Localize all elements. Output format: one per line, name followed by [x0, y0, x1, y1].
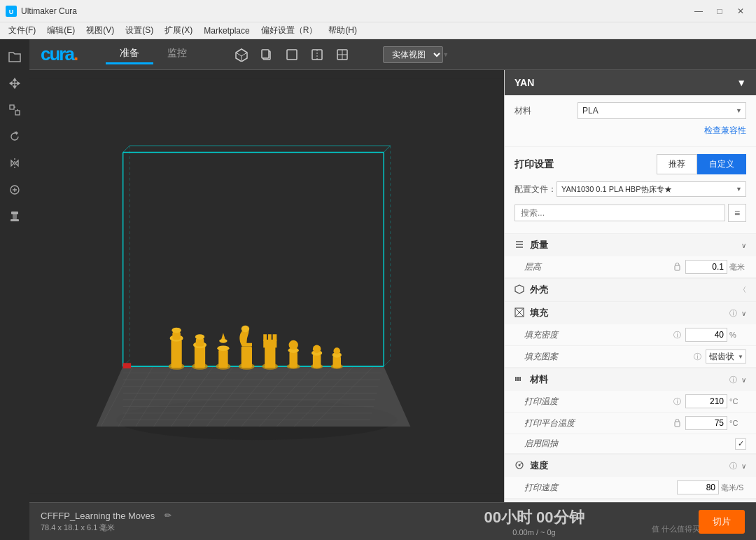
cube-icon[interactable] [232, 45, 251, 64]
bed-temp-lock-icon[interactable] [673, 418, 681, 429]
settings-title: 打印设置 [514, 158, 657, 171]
object-icon[interactable] [282, 45, 302, 64]
model-name: CFFFP_Learning the Moves [41, 511, 155, 521]
menu-settings[interactable]: 设置(S) [120, 23, 159, 38]
shell-arrow: 〈 [739, 285, 746, 295]
infill-group: 填充 ⓘ ∨ 填充密度 ⓘ % 填充图案 ⓘ [505, 302, 756, 368]
view-mode-select[interactable]: 实体视图 线框视图 X光视图 层视图 [383, 46, 443, 63]
material-select[interactable]: PLA ABS PETG TPU [578, 102, 746, 119]
printer-header: YAN ▼ [505, 70, 756, 95]
infill-pattern-select[interactable]: 锯齿状 网格 三角形 六边形 [706, 349, 746, 364]
copy-icon[interactable] [257, 45, 276, 64]
scale-tool[interactable] [3, 98, 27, 122]
infill-header[interactable]: 填充 ⓘ ∨ [505, 302, 756, 324]
svg-rect-84 [268, 334, 272, 341]
infill-density-row: 填充密度 ⓘ % [505, 324, 756, 346]
material-settings-header[interactable]: 材料 ⓘ ∨ [505, 368, 756, 391]
tab-prepare[interactable]: 准备 [106, 44, 153, 64]
print-speed-label: 打印速度 [524, 482, 677, 494]
svg-rect-12 [11, 212, 18, 214]
menu-view[interactable]: 视图(V) [80, 23, 120, 38]
tab-recommend[interactable]: 推荐 [657, 154, 697, 174]
print-temp-info-icon[interactable]: ⓘ [673, 396, 681, 407]
print-temp-input[interactable] [685, 394, 727, 408]
support-tool[interactable] [3, 205, 27, 228]
svg-rect-83 [263, 334, 267, 341]
open-file-button[interactable] [3, 45, 27, 69]
svg-point-93 [313, 345, 321, 353]
model-dimensions: 78.4 x 18.1 x 6.1 毫米 [41, 522, 370, 533]
infill-pattern-info-icon[interactable]: ⓘ [694, 352, 701, 362]
svg-rect-101 [675, 265, 680, 270]
compat-link[interactable]: 检查兼容性 [514, 125, 746, 137]
grid-icon[interactable] [332, 45, 352, 64]
app-title: Ultimaker Cura [21, 6, 685, 16]
model-edit-icon[interactable]: ✏ [164, 511, 172, 520]
layer-height-lock-icon[interactable] [673, 262, 681, 272]
infill-density-input[interactable] [685, 328, 727, 342]
svg-rect-2 [10, 105, 14, 109]
quality-title: 质量 [530, 239, 741, 251]
material-settings-info-icon[interactable]: ⓘ [729, 375, 737, 385]
watermark: 值 什么值得买 [652, 524, 700, 534]
rotate-tool[interactable] [3, 125, 27, 148]
menu-marketplace[interactable]: Marketplace [198, 25, 255, 37]
nav-tabs: 准备 监控 [106, 44, 201, 64]
svg-line-14 [236, 53, 241, 56]
search-input[interactable] [514, 205, 725, 221]
retraction-label: 启用回抽 [524, 438, 735, 450]
settings-header: 打印设置 推荐 自定义 [514, 154, 746, 174]
svg-rect-81 [265, 346, 275, 368]
bed-temp-input[interactable] [685, 416, 727, 430]
layer-height-input[interactable] [685, 260, 727, 274]
tab-monitor[interactable]: 监控 [153, 44, 201, 64]
layer-height-unit: 毫米 [729, 262, 746, 272]
infill-info-icon[interactable]: ⓘ [729, 308, 737, 319]
svg-point-71 [195, 334, 204, 340]
menu-extend[interactable]: 扩展(X) [159, 23, 198, 38]
shell-group: 外壳 〈 [505, 279, 756, 302]
retraction-checkbox[interactable] [735, 438, 746, 450]
maximize-button[interactable]: □ [710, 4, 729, 18]
menu-file[interactable]: 文件(F) [3, 23, 41, 38]
retraction-row: 启用回抽 [505, 434, 756, 454]
right-panel: YAN ▼ 材料 PLA ABS PETG TPU [504, 70, 756, 502]
svg-rect-3 [15, 111, 20, 115]
close-button[interactable]: ✕ [731, 4, 750, 18]
menu-preferences[interactable]: 偏好设置（R） [255, 23, 323, 38]
speed-icon [514, 460, 524, 472]
speed-info-icon[interactable]: ⓘ [729, 461, 737, 471]
print-speed-input[interactable] [677, 480, 719, 494]
mirror-tool[interactable] [3, 151, 27, 175]
infill-pattern-label: 填充图案 [524, 351, 694, 363]
align-icon[interactable] [307, 45, 327, 64]
svg-rect-85 [273, 334, 277, 341]
menu-help[interactable]: 帮助(H) [323, 23, 363, 38]
quality-group: 质量 ∨ 层高 毫米 [505, 234, 756, 279]
speed-group: 速度 ⓘ ∨ 打印速度 毫米/S [505, 455, 756, 499]
profile-label: 配置文件： [514, 184, 556, 195]
menu-edit[interactable]: 编辑(E) [41, 23, 80, 38]
slice-button[interactable]: 切片 [699, 510, 745, 534]
permodel-tool[interactable] [3, 178, 27, 202]
quality-header[interactable]: 质量 ∨ [505, 234, 756, 256]
material-usage: 0.00m / ~ 0g [370, 528, 699, 536]
svg-point-74 [217, 345, 229, 351]
app-icon: U [6, 6, 17, 17]
minimize-button[interactable]: — [689, 4, 708, 18]
search-options-button[interactable]: ≡ [728, 204, 746, 222]
profile-select[interactable]: YAN1030 0.1 PLA HBP热床专★ [556, 181, 746, 197]
printer-collapse-icon[interactable]: ▼ [736, 77, 746, 88]
viewport[interactable] [29, 70, 504, 502]
infill-density-info-icon[interactable]: ⓘ [673, 330, 681, 340]
material-settings-arrow: ∨ [741, 376, 746, 384]
tab-custom[interactable]: 自定义 [697, 154, 746, 174]
model-info: CFFFP_Learning the Moves ✏ 78.4 x 18.1 x… [41, 511, 370, 533]
material-settings-group: 材料 ⓘ ∨ 打印温度 ⓘ °C 打印平台温度 [505, 368, 756, 455]
speed-title: 速度 [530, 459, 729, 472]
svg-rect-63 [171, 340, 181, 368]
bottom-bar: CFFFP_Learning the Moves ✏ 78.4 x 18.1 x… [29, 502, 756, 540]
move-tool[interactable] [3, 71, 27, 95]
shell-header[interactable]: 外壳 〈 [505, 279, 756, 301]
speed-header[interactable]: 速度 ⓘ ∨ [505, 455, 756, 477]
